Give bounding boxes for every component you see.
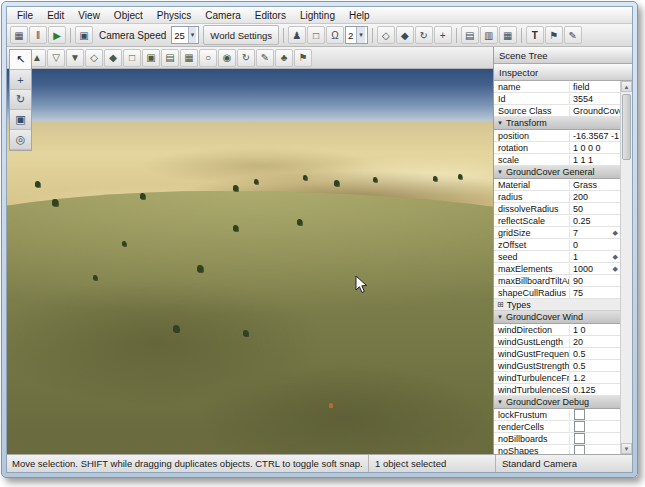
menu-lighting[interactable]: Lighting (293, 9, 342, 22)
property-value[interactable]: field (570, 82, 620, 92)
menu-edit[interactable]: Edit (40, 9, 71, 22)
checkbox[interactable] (574, 409, 585, 420)
property-value[interactable]: 75 (570, 288, 620, 298)
flag-icon[interactable]: ⚑ (545, 26, 563, 44)
flag-icon[interactable]: ⚑ (294, 49, 312, 67)
brush-soft-icon[interactable]: ◇ (85, 49, 103, 67)
property-row: Id3554 (494, 93, 620, 105)
property-value[interactable] (570, 421, 620, 432)
camera-speed-select[interactable]: 25 ▾ (171, 26, 199, 44)
section-header[interactable]: ▼GroundCover General (494, 166, 620, 179)
visibility-icon[interactable]: ▤ (461, 26, 479, 44)
brush-square-icon[interactable]: □ (123, 49, 141, 67)
pencil-icon[interactable]: ✎ (256, 49, 274, 67)
slider-icon[interactable]: ◆ (613, 229, 618, 237)
measure-tool[interactable]: ◎ (10, 130, 31, 150)
paint-grid-icon[interactable]: ▣ (142, 49, 160, 67)
circle-brush-icon[interactable]: ○ (199, 49, 217, 67)
brush-hard-icon[interactable]: ◆ (104, 49, 122, 67)
section-header[interactable]: ▼Transform (494, 117, 620, 130)
play-icon[interactable]: ▶ (48, 26, 66, 44)
property-value[interactable]: 90 (570, 276, 620, 286)
property-value[interactable]: 50 (570, 204, 620, 214)
property-value[interactable]: Grass (570, 180, 620, 190)
pause-icon[interactable]: ‖ (29, 26, 47, 44)
inspector-scrollbar[interactable]: ▲ ▼ (620, 81, 632, 454)
menu-file[interactable]: File (10, 9, 40, 22)
scroll-up-icon[interactable]: ▲ (621, 81, 632, 92)
menu-physics[interactable]: Physics (150, 9, 198, 22)
add-object-icon[interactable]: + (434, 26, 452, 44)
drop-player-icon[interactable]: ♟ (288, 26, 306, 44)
text-tool-icon[interactable]: T (526, 26, 544, 44)
texture-icon[interactable]: ▦ (180, 49, 198, 67)
world-settings-button[interactable]: World Settings (203, 25, 279, 45)
grid-toggle-icon[interactable]: ▦ (499, 26, 517, 44)
bounds-icon[interactable]: □ (307, 26, 325, 44)
viewport-3d[interactable] (7, 69, 493, 454)
property-value[interactable]: 0.125 (570, 385, 620, 395)
snap-size-select[interactable]: 2 ▾ (345, 26, 368, 44)
property-value[interactable]: 1 0 0 0 (570, 143, 620, 153)
snap-magnet-icon[interactable]: Ω (326, 26, 344, 44)
property-row: windDirection1 0 (494, 324, 620, 336)
rotate-brush-icon[interactable]: ↻ (237, 49, 255, 67)
slider-icon[interactable]: ◆ (613, 253, 618, 261)
pencil-icon[interactable]: ✎ (564, 26, 582, 44)
select-tool[interactable]: ↖ (10, 50, 31, 70)
slider-icon[interactable]: ◆ (613, 265, 618, 273)
property-value[interactable]: 0.25 (570, 216, 620, 226)
types-expander[interactable]: ⊞Types (494, 299, 620, 311)
property-value[interactable]: 7◆ (570, 228, 620, 238)
value-text: 0.5 (573, 349, 586, 359)
inspector-header[interactable]: Inspector (494, 64, 632, 81)
layers-icon[interactable]: ▤ (161, 49, 179, 67)
property-value[interactable]: 1◆ (570, 252, 620, 262)
rotate-tool[interactable]: ↻ (10, 90, 31, 110)
terrain-lower-icon[interactable]: ▽ (47, 49, 65, 67)
menu-camera[interactable]: Camera (198, 9, 248, 22)
property-value[interactable]: 1000◆ (570, 264, 620, 274)
terrain-flatten-icon[interactable]: ▼ (66, 49, 84, 67)
property-value[interactable]: 0.5 (570, 349, 620, 359)
world-local-icon[interactable]: ↻ (415, 26, 433, 44)
property-label: shapeCullRadius (494, 288, 570, 298)
property-value[interactable]: GroundCove (570, 106, 620, 116)
toolbar-separator (456, 28, 457, 43)
target-icon[interactable]: ◉ (218, 49, 236, 67)
property-value[interactable] (570, 445, 620, 454)
scale-tool[interactable]: ▣ (10, 110, 31, 130)
render-mode-icon[interactable]: ▥ (480, 26, 498, 44)
property-value[interactable]: 1 1 1 (570, 155, 620, 165)
property-value[interactable]: 3554 (570, 94, 620, 104)
soft-snap-icon[interactable]: ◇ (377, 26, 395, 44)
property-value[interactable]: 1.2 (570, 373, 620, 383)
property-value[interactable]: 20 (570, 337, 620, 347)
property-value[interactable]: 1 0 (570, 325, 620, 335)
property-value[interactable]: -16.3567 -1 (570, 131, 620, 141)
scrollbar-track[interactable] (621, 92, 632, 443)
section-header[interactable]: ▼GroundCover Wind (494, 311, 620, 324)
menu-view[interactable]: View (71, 9, 107, 22)
foliage-icon[interactable]: ♣ (275, 49, 293, 67)
camera-icon[interactable]: ▣ (75, 26, 93, 44)
move-tool[interactable]: + (10, 70, 31, 90)
scroll-down-icon[interactable]: ▼ (621, 443, 632, 454)
world-grid-icon[interactable]: ▦ (10, 26, 28, 44)
menu-help[interactable]: Help (342, 9, 377, 22)
property-value[interactable] (570, 433, 620, 444)
checkbox[interactable] (574, 433, 585, 444)
scene-tree-header[interactable]: Scene Tree (494, 47, 632, 64)
property-value[interactable]: 200 (570, 192, 620, 202)
property-value[interactable]: 0.5 (570, 361, 620, 371)
property-value[interactable] (570, 409, 620, 420)
menu-object[interactable]: Object (107, 9, 150, 22)
property-value[interactable]: 0 (570, 240, 620, 250)
checkbox[interactable] (574, 421, 585, 432)
checkbox[interactable] (574, 445, 585, 454)
status-camera[interactable]: Standard Camera (495, 455, 632, 472)
scrollbar-thumb[interactable] (622, 94, 631, 160)
hard-snap-icon[interactable]: ◆ (396, 26, 414, 44)
menu-editors[interactable]: Editors (248, 9, 293, 22)
section-header[interactable]: ▼GroundCover Debug (494, 396, 620, 409)
